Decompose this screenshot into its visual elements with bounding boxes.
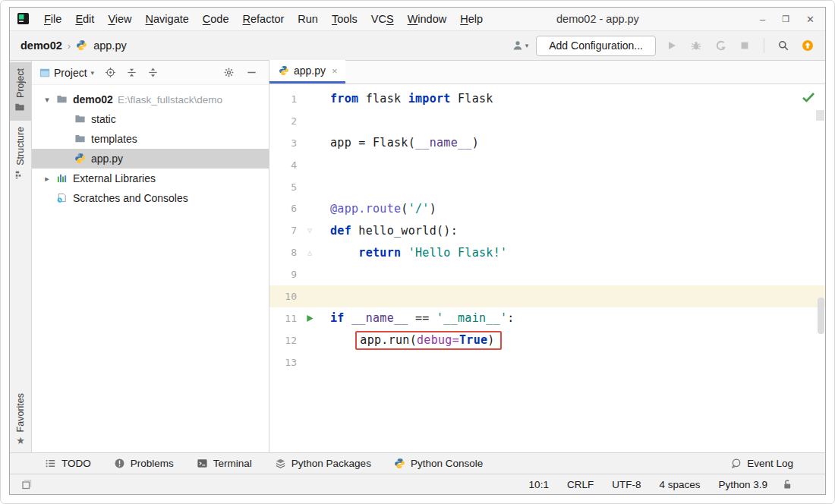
code-text: return 'Hello Flask!' [330,246,507,260]
python-icon [279,65,289,76]
tool-window-button-terminal[interactable]: Terminal [197,458,252,470]
code-line-4[interactable]: 4 [269,154,825,176]
scratches-icon [56,192,68,204]
tree-item-path: E:\flask_fullstack\demo [118,94,222,106]
stop-button[interactable] [736,37,753,54]
expand-all-icon[interactable] [147,67,159,79]
code-line-8[interactable]: 8△ return 'Hello Flask!' [269,241,825,263]
tab-app-py[interactable]: app.py × [269,60,345,83]
add-configuration-button[interactable]: Add Configuration... [536,36,656,56]
tool-window-button-event-log[interactable]: Event Log [730,458,793,470]
tool-window-button-python-console[interactable]: Python Console [394,458,483,470]
tool-stripe-structure[interactable]: Structure [10,121,31,188]
encoding-widget[interactable]: UTF-8 [612,479,641,490]
gutter: 10 [269,291,330,302]
code-line-11[interactable]: 11if __name__ == '__main__': [269,307,825,329]
tool-window-button-python-packages[interactable]: Python Packages [275,458,371,470]
menu-item-navigate[interactable]: Navigate [139,11,196,27]
collapse-all-icon[interactable] [126,67,138,79]
code-line-10[interactable]: 10 [269,285,825,307]
toolbar-right-group: ▾ Add Configuration... [512,36,816,56]
interpreter-widget[interactable]: Python 3.9 [718,479,767,490]
main-area: ProjectStructureFavorites★ Project ▾ ▾de… [10,61,825,452]
code-line-5[interactable]: 5 [269,176,825,198]
code-line-3[interactable]: 3app = Flask(__name__) [269,132,825,154]
editor-scrollbar-mark[interactable] [816,110,824,121]
menu-item-help[interactable]: Help [453,11,490,27]
menu-item-tools[interactable]: Tools [325,11,364,27]
menu-item-refactor[interactable]: Refactor [236,11,291,27]
caret-position-widget[interactable]: 10:1 [529,479,549,490]
tree-item-external-libraries[interactable]: ▸External Libraries [32,169,269,188]
run-button[interactable] [663,37,680,54]
code-text: @app.route('/') [330,202,436,216]
python-icon [74,153,87,165]
tool-window-button-todo[interactable]: TODO [45,458,91,470]
star-icon: ★ [16,436,25,446]
gutter: 3 [269,137,330,149]
line-separator-widget[interactable]: CRLF [567,479,594,490]
tree-chevron-icon[interactable]: ▸ [43,174,52,184]
code-line-7[interactable]: 7▽def hello_world(): [269,219,825,241]
coverage-button[interactable] [712,37,729,54]
menu-item-file[interactable]: File [37,11,68,27]
problems-icon [114,458,126,470]
breadcrumb-item[interactable]: app.py [93,39,127,52]
menu-item-edit[interactable]: Edit [68,11,101,27]
menu-item-code[interactable]: Code [196,11,236,27]
tool-stripe-project[interactable]: Project [10,62,31,121]
tool-window-button-problems[interactable]: Problems [114,458,174,470]
code-line-2[interactable]: 2 [269,110,825,132]
code-text: if __name__ == '__main__': [330,311,515,325]
update-available-icon[interactable] [799,37,816,54]
gear-icon[interactable] [223,67,235,79]
gutter: 1 [269,93,330,105]
tool-stripe-favorites[interactable]: Favorites★ [10,387,31,452]
line-number: 7 [269,225,297,236]
indent-widget[interactable]: 4 spaces [659,479,700,490]
fold-marker-icon[interactable]: △ [297,248,323,257]
debug-button[interactable] [688,37,704,54]
tree-chevron-icon[interactable]: ▾ [43,95,52,105]
unlock-icon[interactable] [781,479,792,490]
run-line-icon[interactable] [297,314,323,323]
code-editor[interactable]: 1from flask import Flask23app = Flask(__… [269,84,825,452]
gutter: 11 [269,313,330,324]
user-menu-button[interactable]: ▾ [512,39,529,52]
event-log-icon [730,458,742,470]
tree-item-demo02[interactable]: ▾demo02 E:\flask_fullstack\demo [32,90,269,109]
tool-stripe-label: Project [15,68,26,98]
code-line-6[interactable]: 6@app.route('/') [269,197,825,219]
menu-item-vcs[interactable]: VCS [364,11,401,27]
tree-item-scratches-and-consoles[interactable]: Scratches and Consoles [32,188,269,208]
tool-window-switcher-icon[interactable] [20,478,33,490]
maximize-button[interactable]: ❒ [782,14,789,24]
search-everywhere-button[interactable] [775,37,792,54]
tree-item-label: External Libraries [73,172,156,184]
terminal-icon [197,458,209,470]
editor-scrollbar-thumb[interactable] [818,298,824,334]
target-icon[interactable] [105,67,117,79]
python-icon [76,39,88,52]
code-line-9[interactable]: 9 [269,263,825,285]
tree-item-templates[interactable]: templates [32,129,269,149]
python-console-icon [394,458,406,470]
chevron-down-icon: ▾ [91,69,95,77]
tree-item-static[interactable]: static [32,109,269,129]
minimize-button[interactable]: – [760,14,765,25]
hide-icon[interactable] [246,67,258,79]
code-line-12[interactable]: 12 app.run(debug=True) [269,329,825,351]
code-line-1[interactable]: 1from flask import Flask [269,88,825,110]
tree-item-app-py[interactable]: app.py [32,149,269,169]
code-line-13[interactable]: 13 [269,351,825,373]
menu-item-view[interactable]: View [101,11,138,27]
tree-item-label: Scratches and Consoles [73,192,188,204]
fold-marker-icon[interactable]: ▽ [297,226,323,235]
project-view-selector[interactable]: Project ▾ [39,67,94,79]
close-button[interactable]: ✕ [806,14,815,25]
tab-close-icon[interactable]: × [332,65,338,77]
menu-item-window[interactable]: Window [401,11,454,27]
breadcrumb-item[interactable]: demo02 [20,39,62,52]
gutter: 5 [269,181,330,193]
menu-item-run[interactable]: Run [291,11,325,27]
